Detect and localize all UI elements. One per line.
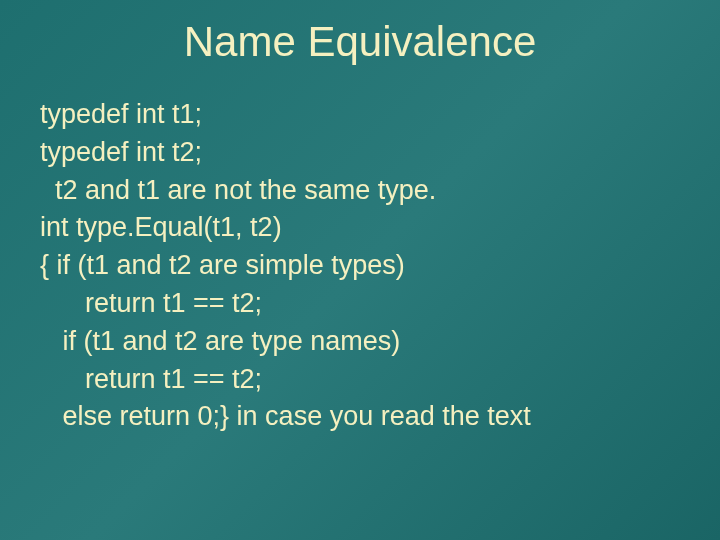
body-line: return t1 == t2; [40,285,720,323]
body-line: if (t1 and t2 are type names) [40,323,720,361]
slide-body: typedef int t1; typedef int t2; t2 and t… [0,96,720,436]
body-line: else return 0;} in case you read the tex… [40,398,720,436]
body-line: { if (t1 and t2 are simple types) [40,247,720,285]
slide-title: Name Equivalence [0,0,720,96]
body-line: typedef int t2; [40,134,720,172]
body-line: t2 and t1 are not the same type. [40,172,720,210]
slide: Name Equivalence typedef int t1; typedef… [0,0,720,540]
body-line: typedef int t1; [40,96,720,134]
body-line: return t1 == t2; [40,361,720,399]
body-line: int type.Equal(t1, t2) [40,209,720,247]
